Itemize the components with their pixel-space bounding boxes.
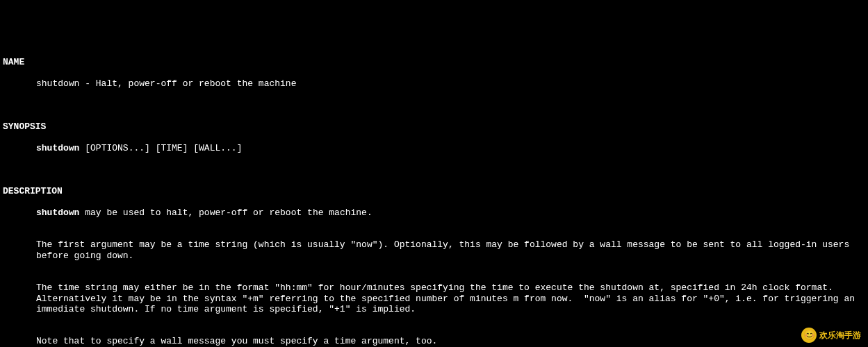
- synopsis-cmd: shutdown: [36, 143, 79, 153]
- name-header: NAME: [3, 57, 865, 68]
- description-para1: The first argument may be a time string …: [3, 239, 865, 261]
- description-para2: The time string may either be in the for…: [3, 282, 865, 315]
- watermark-text: 欢乐淘手游: [819, 330, 861, 340]
- description-intro-text: may be used to halt, power-off or reboot…: [79, 208, 372, 218]
- synopsis-args: [OPTIONS...] [TIME] [WALL...]: [79, 143, 242, 153]
- description-cmd: shutdown: [36, 208, 79, 218]
- smiley-icon: 😊: [801, 328, 817, 343]
- description-para3: Note that to specify a wall message you …: [3, 336, 865, 347]
- synopsis-header: SYNOPSIS: [3, 121, 865, 133]
- watermark: 😊 欢乐淘手游: [801, 328, 861, 343]
- synopsis-line: shutdown [OPTIONS...] [TIME] [WALL...]: [3, 143, 865, 154]
- description-intro: shutdown may be used to halt, power-off …: [3, 208, 865, 219]
- man-page: NAME shutdown - Halt, power-off or reboo…: [3, 46, 865, 347]
- description-header: DESCRIPTION: [3, 186, 865, 197]
- name-body: shutdown - Halt, power-off or reboot the…: [3, 78, 865, 90]
